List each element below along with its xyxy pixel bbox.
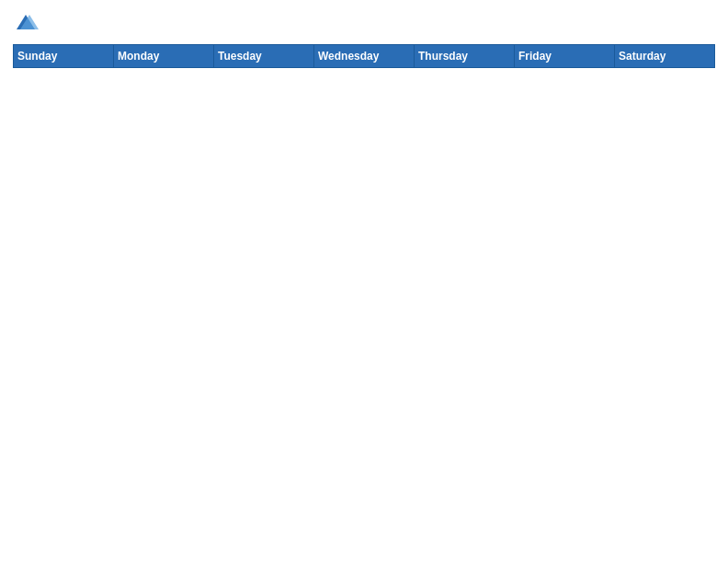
page: SundayMondayTuesdayWednesdayThursdayFrid… — [0, 0, 728, 563]
weekday-header-row: SundayMondayTuesdayWednesdayThursdayFrid… — [14, 45, 715, 68]
weekday-header-friday: Friday — [515, 45, 615, 68]
weekday-header-sunday: Sunday — [14, 45, 114, 68]
logo-icon — [13, 11, 39, 37]
logo — [13, 11, 42, 37]
weekday-header-saturday: Saturday — [615, 45, 715, 68]
weekday-header-thursday: Thursday — [415, 45, 515, 68]
weekday-header-monday: Monday — [114, 45, 214, 68]
weekday-header-tuesday: Tuesday — [214, 45, 314, 68]
weekday-header-wednesday: Wednesday — [314, 45, 415, 68]
calendar-table: SundayMondayTuesdayWednesdayThursdayFrid… — [13, 44, 715, 554]
header — [13, 11, 715, 37]
